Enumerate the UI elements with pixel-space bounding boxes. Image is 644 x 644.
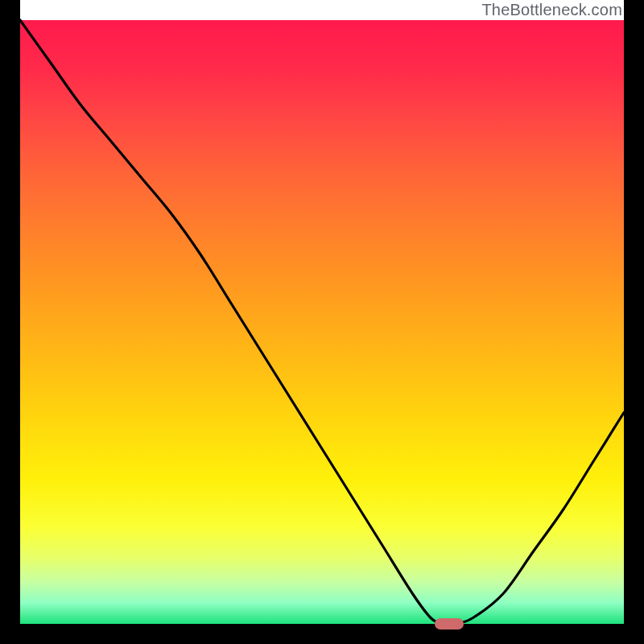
watermark-text: TheBottleneck.com — [481, 1, 622, 19]
bottleneck-curve — [20, 20, 624, 625]
optimal-marker — [435, 618, 464, 630]
curve-svg — [20, 20, 624, 624]
chart-frame: TheBottleneck.com — [0, 0, 644, 644]
